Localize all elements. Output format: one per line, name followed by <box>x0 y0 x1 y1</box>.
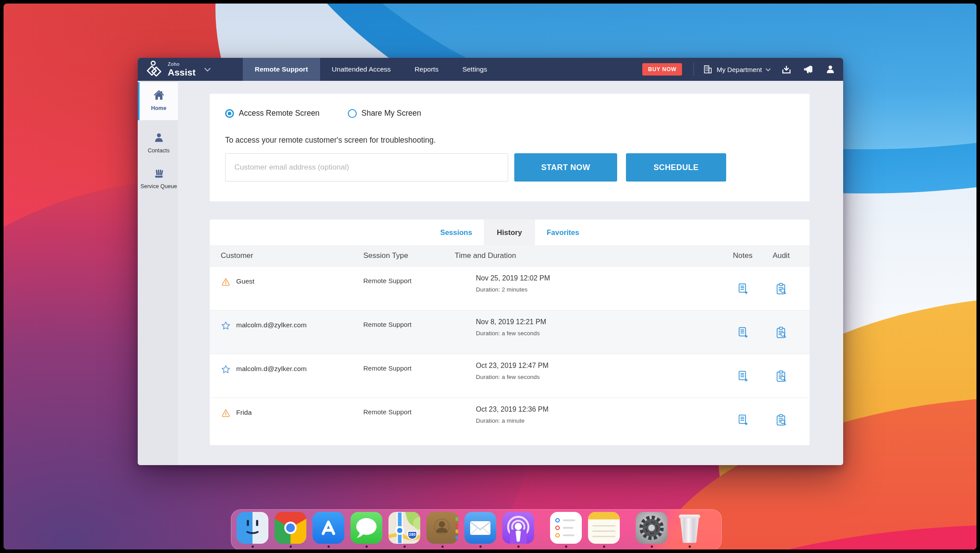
tab-history[interactable]: History <box>484 220 535 245</box>
session-time: Nov 25, 2019 12:02 PM <box>476 274 722 282</box>
column-notes: Notes <box>722 251 764 260</box>
customer-email-input[interactable] <box>225 153 508 182</box>
dock-reminders-icon[interactable] <box>550 512 582 548</box>
running-indicator <box>328 545 330 548</box>
running-indicator <box>441 545 444 548</box>
table-row[interactable]: Frida Remote Support Oct 23, 2019 12:36 … <box>210 398 810 441</box>
department-selector[interactable]: My Department <box>703 64 770 74</box>
brand-product: Assist <box>168 68 196 77</box>
sidebar-label-service-queue: Service Queue <box>140 183 177 190</box>
column-time-duration: Time and Duration <box>455 251 722 260</box>
session-type: Remote Support <box>363 311 455 328</box>
radio-share-my-screen[interactable]: Share My Screen <box>348 109 421 118</box>
department-label: My Department <box>716 66 762 73</box>
add-note-icon[interactable] <box>736 282 749 295</box>
audit-icon[interactable] <box>775 282 788 295</box>
audit-icon[interactable] <box>775 370 788 383</box>
dock-app-store-icon[interactable] <box>313 512 344 548</box>
session-type: Remote Support <box>363 354 455 372</box>
session-duration: Duration: a few seconds <box>476 374 722 380</box>
start-session-card: Access Remote Screen Share My Screen To … <box>210 94 810 201</box>
dock: 280 <box>231 509 722 549</box>
running-indicator <box>479 545 482 548</box>
table-row[interactable]: malcolm.d@zylker.com Remote Support Nov … <box>210 310 810 354</box>
dock-maps-icon[interactable]: 280 <box>388 512 420 548</box>
main-content: Access Remote Screen Share My Screen To … <box>178 81 843 465</box>
audit-icon[interactable] <box>775 326 788 339</box>
maps-route-badge: 280 <box>409 532 415 537</box>
sidebar-label-home: Home <box>140 105 177 112</box>
add-note-icon[interactable] <box>736 413 749 426</box>
chevron-down-icon[interactable] <box>204 65 211 72</box>
start-now-button[interactable]: START NOW <box>514 153 617 182</box>
buy-now-button[interactable]: BUY NOW <box>642 63 682 76</box>
dock-contacts-icon[interactable] <box>426 512 458 548</box>
session-type: Remote Support <box>363 398 455 416</box>
tab-favorites[interactable]: Favorites <box>535 220 590 245</box>
alert-icon <box>221 408 231 418</box>
home-icon <box>153 89 165 101</box>
dock-finder-icon[interactable] <box>237 512 268 548</box>
download-icon[interactable] <box>781 64 792 75</box>
session-time: Oct 23, 2019 12:47 PM <box>476 362 722 370</box>
sidebar-item-service-queue[interactable]: Service Queue <box>138 160 178 197</box>
schedule-button[interactable]: SCHEDULE <box>626 153 726 182</box>
customer-name: malcolm.d@zylker.com <box>236 365 307 373</box>
department-chevron-icon <box>765 66 770 71</box>
primary-nav: Remote Support Unattended Access Reports… <box>243 58 499 81</box>
zoho-assist-logo[interactable]: Zoho Assist <box>138 58 243 81</box>
organization-icon <box>703 64 712 74</box>
sidebar: Home Contacts <box>138 81 178 465</box>
session-description: To access your remote customer's screen … <box>225 136 810 145</box>
nav-tab-unattended-access[interactable]: Unattended Access <box>320 58 403 81</box>
running-indicator <box>290 545 292 548</box>
running-indicator <box>366 545 368 548</box>
table-row[interactable]: Guest Remote Support Nov 25, 2019 12:02 … <box>210 266 810 310</box>
dock-messages-icon[interactable] <box>351 512 382 548</box>
contacts-icon <box>153 132 165 143</box>
session-duration: Duration: 2 minutes <box>476 286 722 293</box>
running-indicator <box>603 545 605 548</box>
sessions-tabs: Sessions History Favorites <box>210 220 810 245</box>
running-indicator <box>565 545 567 548</box>
add-note-icon[interactable] <box>736 326 749 339</box>
session-type: Remote Support <box>363 267 455 284</box>
dock-system-preferences-icon[interactable] <box>636 512 667 548</box>
dock-mail-icon[interactable] <box>464 512 496 548</box>
customer-name: Frida <box>236 409 252 417</box>
dock-chrome-icon[interactable] <box>275 512 306 548</box>
radio-unselected-icon <box>348 109 357 118</box>
dock-trash-icon[interactable] <box>674 512 705 548</box>
radio-access-remote-screen[interactable]: Access Remote Screen <box>225 109 320 118</box>
audit-icon[interactable] <box>775 413 788 426</box>
session-duration: Duration: a minute <box>476 417 722 424</box>
dock-notes-icon[interactable] <box>588 512 620 548</box>
nav-tab-settings[interactable]: Settings <box>450 58 499 81</box>
announcement-icon[interactable] <box>803 64 814 75</box>
app-body: Home Contacts <box>138 81 843 465</box>
column-audit: Audit <box>764 251 799 260</box>
add-note-icon[interactable] <box>736 370 749 383</box>
sidebar-label-contacts: Contacts <box>140 148 177 155</box>
session-mode-radios: Access Remote Screen Share My Screen <box>225 109 810 118</box>
user-icon[interactable] <box>825 64 835 74</box>
radio-selected-icon <box>225 109 234 118</box>
nav-tab-remote-support[interactable]: Remote Support <box>243 58 320 81</box>
tab-sessions[interactable]: Sessions <box>429 220 483 245</box>
table-row[interactable]: malcolm.d@zylker.com Remote Support Oct … <box>210 354 810 398</box>
nav-divider <box>694 63 694 76</box>
zoho-assist-window: Zoho Assist Remote Support Unattended Ac… <box>138 58 843 465</box>
top-navbar: Zoho Assist Remote Support Unattended Ac… <box>138 58 843 81</box>
running-indicator <box>517 545 520 548</box>
sidebar-item-contacts[interactable]: Contacts <box>138 125 178 161</box>
screenshot-frame: Zoho Assist Remote Support Unattended Ac… <box>0 0 980 553</box>
navbar-right: BUY NOW My Department <box>642 58 843 81</box>
customer-name: Guest <box>236 277 254 285</box>
sidebar-item-home[interactable]: Home <box>138 82 178 120</box>
running-indicator <box>689 545 691 548</box>
sessions-card: Sessions History Favorites Customer Sess… <box>210 220 810 445</box>
brand-zoho: Zoho <box>168 62 196 67</box>
nav-tab-reports[interactable]: Reports <box>403 58 450 81</box>
dock-podcasts-icon[interactable] <box>502 512 534 548</box>
assist-logo-icon <box>145 60 163 79</box>
